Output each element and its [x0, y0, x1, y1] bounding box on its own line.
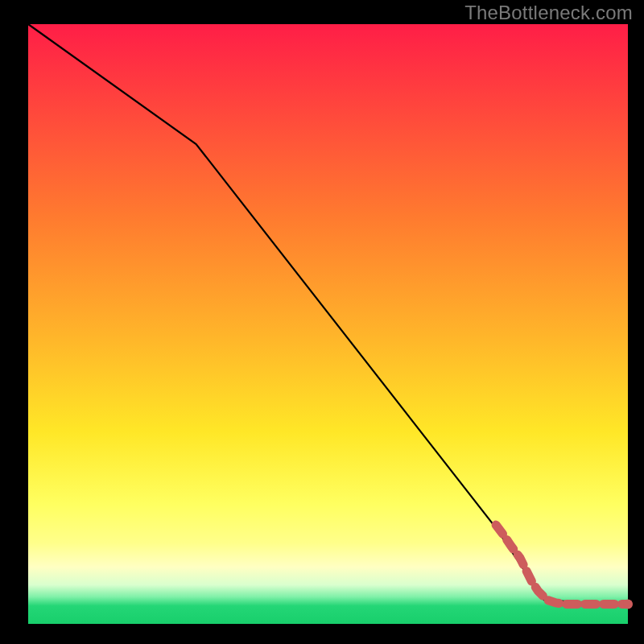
- end-dot: [623, 599, 633, 609]
- chart-frame: { "watermark": "TheBottleneck.com", "cha…: [0, 0, 644, 644]
- chart-svg: [0, 0, 644, 644]
- watermark: TheBottleneck.com: [464, 2, 633, 24]
- plot-area: [28, 24, 628, 624]
